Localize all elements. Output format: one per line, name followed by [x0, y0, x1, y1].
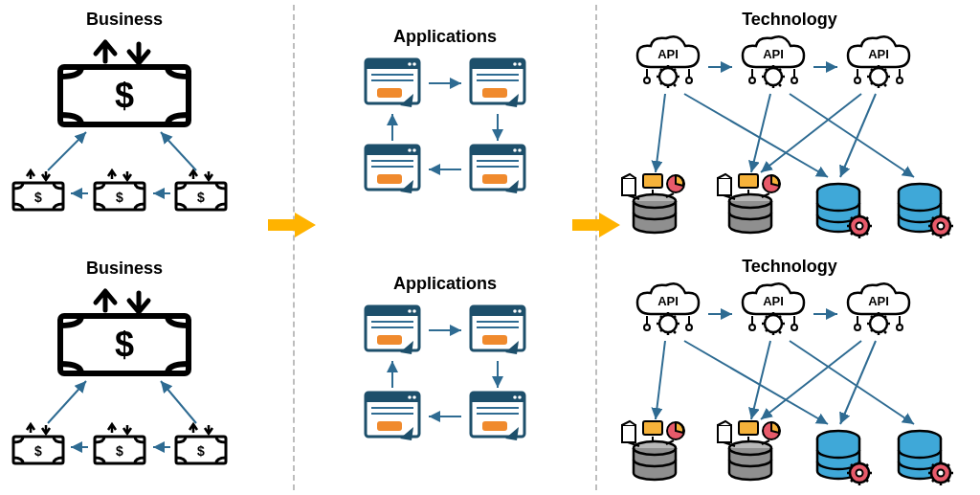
- svg-line-238: [851, 480, 853, 482]
- divider-1: [293, 5, 295, 490]
- app-cycle-arrows: [354, 53, 546, 206]
- svg-line-151: [866, 233, 868, 235]
- connector-arrows: [0, 0, 293, 249]
- svg-line-236: [851, 464, 853, 466]
- svg-line-169: [684, 94, 828, 177]
- connector-arrows: [0, 249, 293, 495]
- svg-line-250: [947, 464, 949, 466]
- flow-arrow-2: [572, 211, 620, 239]
- title-technology-bottom: Technology: [727, 257, 852, 277]
- svg-line-237: [866, 480, 868, 482]
- svg-line-163: [932, 233, 934, 235]
- svg-line-164: [947, 217, 949, 219]
- svg-line-153: [866, 217, 868, 219]
- svg-line-168: [656, 94, 665, 172]
- svg-line-152: [851, 233, 853, 235]
- svg-line-161: [932, 217, 934, 219]
- tech-arrows: [612, 276, 976, 439]
- svg-line-255: [684, 341, 828, 424]
- svg-line-239: [866, 464, 868, 466]
- svg-line-150: [851, 217, 853, 219]
- app-cycle-arrows: [354, 300, 546, 453]
- title-applications-bottom: Applications: [383, 274, 507, 294]
- svg-line-20: [48, 381, 86, 423]
- svg-line-9: [161, 132, 196, 170]
- svg-line-21: [161, 381, 196, 423]
- divider-2: [595, 5, 597, 490]
- svg-point-165: [938, 223, 945, 230]
- svg-line-256: [751, 341, 770, 419]
- tech-arrows: [612, 29, 976, 191]
- svg-point-154: [857, 223, 863, 230]
- svg-line-172: [761, 94, 861, 172]
- svg-line-249: [932, 480, 934, 482]
- svg-line-8: [48, 132, 86, 170]
- svg-line-247: [932, 464, 934, 466]
- svg-line-162: [947, 233, 949, 235]
- svg-point-240: [857, 470, 863, 477]
- title-applications-top: Applications: [383, 27, 507, 47]
- svg-line-170: [751, 94, 770, 172]
- svg-line-258: [761, 341, 861, 419]
- svg-point-251: [938, 470, 945, 477]
- svg-line-248: [947, 480, 949, 482]
- title-technology-top: Technology: [727, 10, 852, 30]
- svg-line-254: [656, 341, 665, 419]
